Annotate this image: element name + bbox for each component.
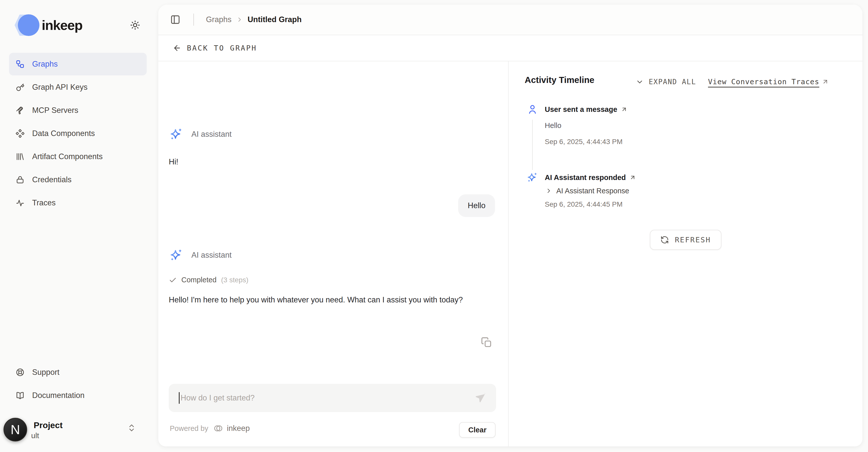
header-divider (193, 13, 194, 26)
status-label: Completed (181, 276, 217, 284)
timeline-entry-timestamp: Sep 6, 2025, 4:44:45 PM (545, 200, 623, 209)
expand-all-button[interactable]: EXPAND ALL (649, 77, 696, 87)
sidebar-item-label: Graph API Keys (32, 83, 88, 92)
spacer (0, 214, 156, 345)
chevrons-up-down-icon[interactable] (127, 423, 136, 434)
nextjs-dev-badge[interactable]: N (3, 418, 27, 442)
sidebar-item-label: Documentation (32, 391, 85, 400)
card-header: Graphs Untitled Graph (158, 4, 863, 35)
sidebar-item-credentials[interactable]: Credentials (9, 168, 147, 191)
project-name: Project (34, 420, 63, 430)
content-split: AI assistant Hi! Hello AI assistant (158, 61, 863, 447)
activity-icon (16, 198, 25, 207)
check-icon (169, 276, 177, 284)
sparkles-icon (526, 171, 538, 183)
sidebar-item-graphs[interactable]: Graphs (9, 53, 147, 76)
project-subtitle: ult (31, 431, 39, 440)
arrow-up-right-icon (822, 78, 829, 85)
powered-by-label: Powered by (170, 424, 208, 433)
entry-title-text: User sent a message (545, 105, 617, 114)
sidebar-item-label: MCP Servers (32, 106, 79, 115)
assistant-message-1: Hi! (169, 155, 178, 169)
sidebar-item-label: Traces (32, 198, 56, 207)
arrow-up-right-icon (629, 174, 636, 181)
user-icon (527, 104, 538, 115)
theme-toggle-sun-icon[interactable] (130, 20, 140, 30)
chevron-right-icon (545, 187, 552, 194)
components-icon (16, 129, 25, 138)
user-message-bubble: Hello (458, 194, 495, 217)
timeline-connector (532, 120, 533, 170)
activity-timeline-panel: Activity Timeline EXPAND ALL View Conver… (508, 61, 863, 447)
user-message-text: Hello (468, 201, 486, 210)
completion-status[interactable]: Completed (3 steps) (169, 276, 248, 284)
mcp-icon (16, 106, 25, 115)
arrow-left-icon (173, 44, 181, 52)
powered-by-brand: inkeep (227, 424, 250, 433)
sidebar-item-support[interactable]: Support (9, 361, 147, 384)
sidebar-item-label: Credentials (32, 175, 71, 184)
app-root: inkeep Graphs Graph API Keys (0, 0, 868, 452)
book-open-icon (16, 391, 25, 400)
powered-by[interactable]: Powered by inkeep (170, 423, 250, 433)
send-icon[interactable] (474, 392, 486, 404)
timeline-title: Activity Timeline (525, 75, 594, 85)
back-to-graph-label: BACK TO GRAPH (187, 44, 257, 52)
clear-button-label: Clear (468, 426, 487, 434)
inkeep-mark-icon (213, 423, 223, 433)
refresh-button-label: REFRESH (675, 235, 711, 244)
sidebar: inkeep Graphs Graph API Keys (0, 0, 156, 452)
sidebar-nav: Graphs Graph API Keys MCP Servers Data C… (0, 53, 156, 214)
main-area: Graphs Untitled Graph BACK TO GRAPH (156, 0, 868, 452)
lock-icon (16, 175, 25, 184)
refresh-button[interactable]: REFRESH (650, 230, 721, 250)
sidebar-footer-nav: Support Documentation (0, 361, 156, 407)
assistant-label: AI assistant (191, 251, 231, 260)
artifact-bars-icon (16, 152, 25, 161)
sidebar-item-label: Support (32, 368, 60, 377)
breadcrumb-graphs[interactable]: Graphs (206, 15, 231, 24)
chat-panel: AI assistant Hi! Hello AI assistant (158, 61, 508, 447)
assistant-message-2: Hello! I'm here to help you with whateve… (169, 293, 463, 307)
entry-title-text: AI Assistant responded (545, 173, 626, 182)
sidebar-item-graph-api-keys[interactable]: Graph API Keys (9, 76, 147, 98)
sparkles-icon (169, 127, 183, 142)
back-to-graph-button[interactable]: BACK TO GRAPH (158, 35, 863, 61)
life-buoy-icon (16, 368, 25, 377)
inkeep-logo-icon (13, 13, 40, 37)
status-steps: (3 steps) (221, 276, 248, 284)
ai-assistant-response-toggle[interactable]: AI Assistant Response (545, 186, 629, 196)
sidebar-item-artifact-components[interactable]: Artifact Components (9, 145, 147, 168)
key-icon (16, 83, 25, 92)
view-traces-label: View Conversation Traces (708, 77, 819, 87)
sidebar-item-label: Graphs (32, 60, 58, 68)
chat-input-placeholder: How do I get started? (181, 393, 474, 402)
sidebar-item-documentation[interactable]: Documentation (9, 384, 147, 407)
sidebar-item-label: Artifact Components (32, 152, 103, 161)
assistant-message-header: AI assistant (169, 248, 231, 262)
sidebar-item-mcp-servers[interactable]: MCP Servers (9, 99, 147, 122)
sidebar-logo-row: inkeep (0, 0, 156, 37)
timeline-entry-body: Hello (545, 121, 561, 130)
chat-input[interactable]: How do I get started? (169, 384, 496, 412)
refresh-icon (660, 235, 669, 244)
clear-button[interactable]: Clear (459, 422, 496, 438)
arrow-up-right-icon (621, 106, 627, 113)
logo-wordmark: inkeep (42, 17, 82, 33)
chevron-right-icon (236, 16, 243, 23)
copy-icon[interactable] (481, 337, 492, 348)
sidebar-item-traces[interactable]: Traces (9, 192, 147, 214)
assistant-message-header: AI assistant (169, 127, 231, 142)
workflow-icon (16, 60, 25, 68)
chevron-down-icon[interactable] (636, 78, 644, 86)
timeline-entry-title[interactable]: User sent a message (545, 105, 627, 114)
breadcrumb-current: Untitled Graph (248, 15, 302, 24)
text-cursor (179, 392, 180, 404)
sidebar-item-label: Data Components (32, 129, 95, 138)
sidebar-item-data-components[interactable]: Data Components (9, 122, 147, 145)
view-conversation-traces-link[interactable]: View Conversation Traces (708, 77, 829, 87)
project-selector[interactable]: Project ult N (0, 414, 156, 452)
sidebar-toggle-icon[interactable] (170, 15, 180, 25)
timeline-entry-title[interactable]: AI Assistant responded (545, 173, 636, 182)
main-card: Graphs Untitled Graph BACK TO GRAPH (158, 4, 863, 447)
